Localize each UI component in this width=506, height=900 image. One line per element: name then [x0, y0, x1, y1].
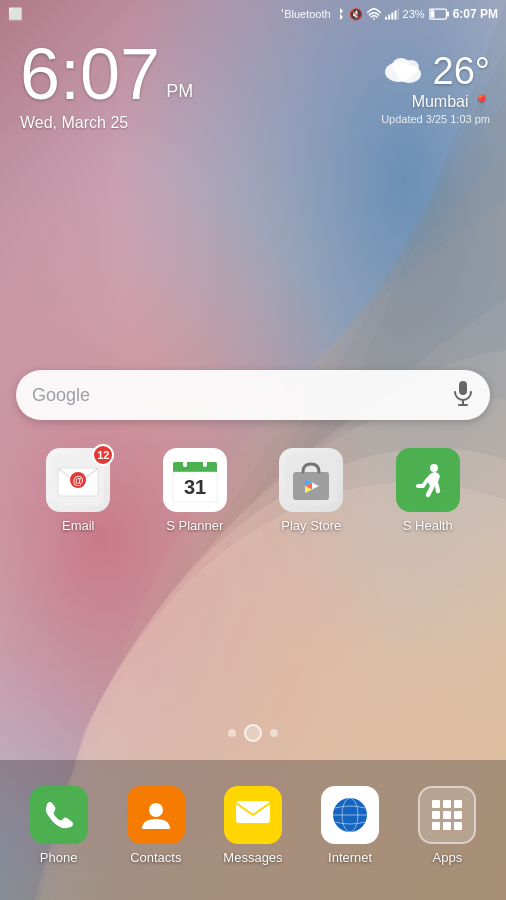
svg-rect-4: [394, 11, 396, 20]
app-item-splanner[interactable]: 31 S Planner: [155, 448, 235, 533]
email-label: Email: [62, 518, 95, 533]
svg-text:@: @: [73, 474, 84, 486]
svg-rect-41: [443, 800, 451, 808]
weather-cloud-icon: [381, 52, 425, 91]
weather-updated-time: Updated 3/25 1:03 pm: [381, 113, 490, 125]
svg-point-0: [373, 18, 375, 20]
phone-label: Phone: [40, 850, 78, 865]
wifi-icon: [367, 8, 381, 20]
clock-date: Wed, March 25: [20, 114, 193, 132]
phone-app-icon[interactable]: [30, 786, 88, 844]
app-item-shealth[interactable]: S Health: [388, 448, 468, 533]
google-search-text: Google: [32, 385, 452, 406]
svg-rect-45: [454, 811, 462, 819]
svg-rect-48: [454, 822, 462, 830]
shealth-label: S Health: [403, 518, 453, 533]
internet-label: Internet: [328, 850, 372, 865]
weather-temperature: 26°: [433, 50, 490, 93]
apps-label: Apps: [433, 850, 463, 865]
app-item-playstore[interactable]: Play Store: [271, 448, 351, 533]
playstore-label: Play Store: [281, 518, 341, 533]
splanner-app-icon[interactable]: 31: [163, 448, 227, 512]
playstore-icon-wrapper[interactable]: [279, 448, 343, 512]
playstore-app-icon[interactable]: [279, 448, 343, 512]
svg-rect-3: [391, 13, 393, 20]
svg-rect-25: [203, 459, 207, 467]
dock-item-internet[interactable]: Internet: [310, 786, 390, 865]
search-mic-icon[interactable]: [452, 380, 474, 410]
weather-top: 26°: [381, 50, 490, 93]
clock-ampm: PM: [166, 82, 193, 100]
messages-app-icon[interactable]: [224, 786, 282, 844]
svg-rect-47: [443, 822, 451, 830]
app-item-email[interactable]: @ 12 Email: [38, 448, 118, 533]
page-dot-1: [228, 729, 236, 737]
messages-label: Messages: [223, 850, 282, 865]
svg-rect-5: [397, 8, 398, 19]
page-dot-2: [270, 729, 278, 737]
svg-rect-44: [443, 811, 451, 819]
battery-icon: [429, 8, 449, 20]
dock-item-apps[interactable]: Apps: [407, 786, 487, 865]
svg-text:31: 31: [184, 476, 206, 498]
status-right-icons: ʿBluetooth 🔇 23% 6:07 PM: [281, 7, 498, 21]
svg-rect-1: [385, 17, 387, 20]
email-badge: 12: [92, 444, 114, 466]
status-bar: ⬜ ʿBluetooth 🔇 23% 6:07 PM: [0, 0, 506, 28]
battery-percentage: 23%: [403, 8, 425, 20]
clock-time-display: 6:07 PM: [20, 38, 193, 110]
clock-hours-minutes: 6:07: [20, 38, 160, 110]
status-time: 6:07 PM: [453, 7, 498, 21]
svg-point-34: [430, 464, 438, 472]
mute-icon: 🔇: [349, 8, 363, 21]
svg-point-35: [149, 803, 163, 817]
dock-item-contacts[interactable]: Contacts: [116, 786, 196, 865]
clock-widget: 6:07 PM Wed, March 25: [20, 38, 193, 132]
svg-rect-2: [388, 15, 390, 20]
internet-app-icon[interactable]: [321, 786, 379, 844]
svg-rect-46: [432, 822, 440, 830]
shealth-icon-wrapper[interactable]: [396, 448, 460, 512]
signal-icon: [385, 8, 399, 20]
apps-app-icon[interactable]: [418, 786, 476, 844]
dock-item-messages[interactable]: Messages: [213, 786, 293, 865]
svg-rect-13: [459, 381, 467, 395]
svg-rect-36: [236, 801, 270, 823]
status-left-icons: ⬜: [8, 7, 23, 21]
contacts-label: Contacts: [130, 850, 181, 865]
splanner-icon-wrapper[interactable]: 31: [163, 448, 227, 512]
app-icons-grid: @ 12 Email 31: [0, 448, 506, 533]
weather-widget: 26° Mumbai 📍 Updated 3/25 1:03 pm: [381, 50, 490, 125]
shealth-app-icon[interactable]: [396, 448, 460, 512]
svg-rect-8: [430, 10, 434, 18]
svg-point-12: [403, 60, 419, 74]
dock-item-phone[interactable]: Phone: [19, 786, 99, 865]
svg-rect-43: [432, 811, 440, 819]
home-indicator: [244, 724, 262, 742]
svg-rect-7: [447, 12, 449, 17]
location-pin-icon: 📍: [473, 94, 490, 110]
bluetooth-icon: ʿBluetooth: [281, 8, 330, 21]
svg-rect-42: [454, 800, 462, 808]
page-indicators: [0, 724, 506, 742]
screenshot-icon: ⬜: [8, 7, 23, 21]
google-search-bar[interactable]: Google: [16, 370, 490, 420]
dock-bar: Phone Contacts Messages: [0, 760, 506, 900]
svg-rect-24: [183, 459, 187, 467]
contacts-app-icon[interactable]: [127, 786, 185, 844]
bluetooth-icon-svg: [335, 7, 345, 21]
email-icon-wrapper[interactable]: @ 12: [46, 448, 110, 512]
svg-rect-40: [432, 800, 440, 808]
weather-city: Mumbai 📍: [381, 93, 490, 111]
splanner-label: S Planner: [166, 518, 223, 533]
